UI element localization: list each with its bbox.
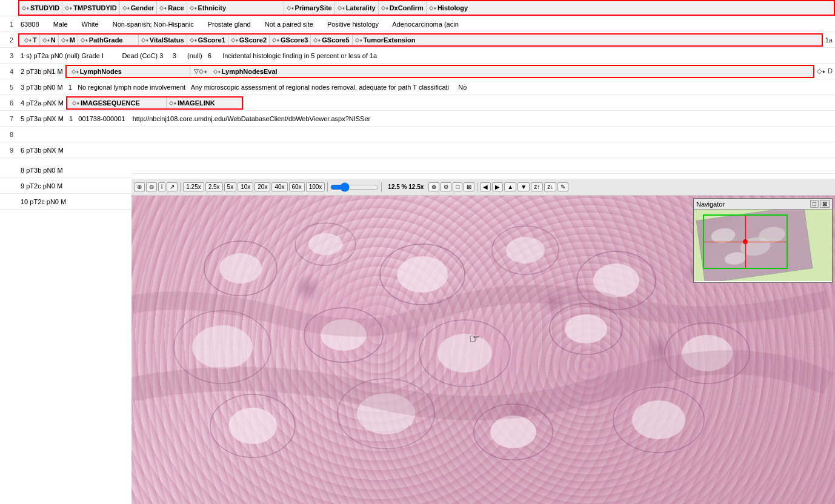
filter-icon: ▽◇⬧ [194, 68, 207, 75]
col-pathgrade[interactable]: ◇⬧PathGrade [78, 35, 139, 45]
row-num-9: 9 [0, 147, 18, 154]
data-row-2: 2 ◇⬧T ◇⬧N ◇⬧M ◇⬧PathGrade ◇⬧VitalStatus … [0, 32, 835, 48]
row-3-content: 1 s) pT2a pN0 (null) Grade I Dead (CoC) … [18, 51, 835, 61]
row-num-3: 3 [0, 52, 18, 59]
sort-icon-tmpstudyid: ◇⬧ [65, 5, 72, 11]
row-10-content: 7 pT2c N0 M [18, 161, 835, 171]
zoom-2-5x[interactable]: 2.5x [205, 182, 223, 191]
nav-down-btn[interactable]: ▼ [517, 182, 530, 191]
nav-up-btn[interactable]: ▲ [504, 182, 516, 191]
col-n[interactable]: ◇⬧N [40, 35, 59, 45]
zoom-10x[interactable]: 10x [238, 182, 253, 191]
col-primarysite[interactable]: ◇⬧ PrimarySite [284, 1, 335, 15]
zoom-100x[interactable]: 100x [306, 182, 325, 191]
row-num-1: 1 [0, 21, 18, 28]
col-laterality[interactable]: ◇⬧ Laterality [335, 1, 379, 15]
navigator-close-btn[interactable]: ⊠ [820, 200, 830, 208]
sort-icon-lymphnodes: ◇⬧ [72, 68, 79, 75]
toolbar-zoom-out-btn[interactable]: ⊖ [146, 182, 157, 191]
left-row-10pT2c: 10 pT2c pN0 M [0, 194, 131, 210]
data-row-7: 7 5 pT3a pNX M 1 001738-000001 http://nb… [0, 111, 835, 127]
toolbar-expand-btn[interactable]: ↗ [167, 182, 178, 191]
sort-icon-gscore2: ◇⬧ [231, 37, 238, 43]
viewer-toolbar: ⊕ ⊖ i ↗ 1.25x 2.5x 5x 10x 20x 40x 60x 10… [131, 179, 835, 196]
col-gscore5[interactable]: ◇⬧GScore5 [311, 35, 352, 45]
row-num-5: 5 [0, 84, 18, 91]
nav-next-btn[interactable]: ▶ [492, 182, 503, 191]
zoom-20x[interactable]: 20x [254, 182, 270, 191]
col-lymphnodes[interactable]: ◇⬧LymphNodes [69, 66, 190, 77]
nav-z-up-btn[interactable]: z↑ [531, 182, 543, 191]
row-4-prefix: 2 pT3b pN1 M [18, 68, 65, 75]
data-row-5: 5 3 pT3b pN0 M 1 No regional lymph node … [0, 79, 835, 95]
row-num-2: 2 [0, 36, 18, 44]
row-4-suffix: ◇⬧ D [814, 67, 835, 75]
zoom-60x[interactable]: 60x [289, 182, 305, 191]
col-vitalstatus[interactable]: ◇⬧VitalStatus [139, 35, 187, 45]
row-7-content: 5 pT3a pNX M 1 001738-000001 http://nbci… [18, 114, 835, 124]
left-row-content-10: 10 pT2c pN0 M [18, 197, 131, 207]
data-row-9: 9 6 pT3b pNX M [0, 142, 835, 158]
navigator-content [694, 210, 832, 281]
nav-center-dot [743, 239, 748, 244]
col-t[interactable]: ◇⬧T [22, 35, 40, 45]
col-gscore1[interactable]: ◇⬧GScore1 [187, 35, 228, 45]
navigator-title: Navigator [696, 201, 725, 208]
col-gender[interactable]: ◇⬧ Gender [120, 1, 158, 15]
col-dxconfirm[interactable]: ◇⬧ DxConfirm [379, 1, 427, 15]
col-ethnicity[interactable]: ◇⬧ Ethnicity [187, 1, 284, 15]
col-imagelink[interactable]: ◇⬧IMAGELINK [167, 98, 239, 108]
zoom-5x[interactable]: 5x [224, 182, 237, 191]
sort-icon-n: ◇⬧ [42, 37, 50, 43]
row-2-suffix: 1a [823, 36, 835, 44]
cursor-hand: ☞ [469, 331, 480, 346]
toolbar-zoom-out-btn2[interactable]: ⊖ [441, 182, 451, 191]
toolbar-info-btn[interactable]: i [158, 182, 165, 191]
sort-icon-histology: ◇⬧ [429, 5, 436, 11]
nav-prev-btn[interactable]: ◀ [480, 182, 491, 191]
row-6-prefix: 4 pT2a pNX M [18, 99, 66, 107]
sort-icon-gender: ◇⬧ [122, 5, 130, 11]
main-content: ◇⬧ STUDYID ◇⬧ TMPSTUDYID ◇⬧ Gender ◇⬧ Ra… [0, 0, 835, 174]
left-row-content-8: 8 pT3b pN0 M [18, 165, 131, 175]
zoom-display: 12.5 % 12.5x [384, 184, 427, 190]
nav-z-down-btn[interactable]: z↓ [544, 182, 556, 191]
toolbar-fit-btn[interactable]: □ [453, 182, 462, 191]
row-num-6: 6 [0, 99, 18, 107]
col-gscore3[interactable]: ◇⬧GScore3 [270, 35, 311, 45]
data-row-8: 8 [0, 127, 835, 142]
left-panel-lower: 8 pT3b pN0 M 9 pT2c pN0 M 10 pT2c pN0 M [0, 162, 131, 210]
sort-icon-gscore1: ◇⬧ [190, 37, 197, 43]
toolbar-sep-2 [327, 182, 328, 192]
data-row-6: 6 4 pT2a pNX M ◇⬧IMAGESEQUENCE ◇⬧IMAGELI… [0, 95, 835, 111]
col-tumorext[interactable]: ◇⬧TumorExtension [353, 35, 418, 45]
data-row-3: 3 1 s) pT2a pN0 (null) Grade I Dead (CoC… [0, 48, 835, 64]
col-lymphnodeseval[interactable]: ◇⬧LymphNodesEval [211, 66, 332, 77]
sort-icon-lymphnodeseval: ◇⬧ [213, 68, 221, 75]
navigator-minimize-btn[interactable]: □ [810, 200, 819, 208]
zoom-40x[interactable]: 40x [271, 182, 287, 191]
data-row-4: 4 2 pT3b pN1 M ◇⬧LymphNodes ▽◇⬧ ◇⬧LymphN… [0, 64, 835, 79]
col-m[interactable]: ◇⬧M [59, 35, 78, 45]
col-histology[interactable]: ◇⬧ Histology [427, 1, 470, 15]
row-num-8: 8 [0, 131, 18, 138]
toolbar-move-btn[interactable]: ⊕ [134, 182, 145, 191]
col-imagesequence[interactable]: ◇⬧IMAGESEQUENCE [70, 98, 167, 108]
sort-icon-imagelink: ◇⬧ [169, 100, 176, 106]
sort-icon-gscore3: ◇⬧ [272, 37, 279, 43]
sort-icon-race: ◇⬧ [159, 5, 167, 11]
col-gscore2[interactable]: ◇⬧GScore2 [228, 35, 270, 45]
col-race[interactable]: ◇⬧ Race [157, 1, 187, 15]
sort-icon-vitalstatus: ◇⬧ [141, 37, 148, 43]
row-num-4: 4 [0, 68, 18, 75]
col-tmpstudyid[interactable]: ◇⬧ TMPSTUDYID [62, 1, 120, 15]
navigator-header: Navigator □ ⊠ [694, 199, 832, 210]
zoom-1-25x[interactable]: 1.25x [183, 182, 204, 191]
zoom-slider[interactable] [330, 182, 379, 192]
nav-annotate-btn[interactable]: ✎ [557, 182, 568, 191]
col-studyid[interactable]: ◇⬧ STUDYID [19, 1, 62, 15]
nav-viewport-rect [703, 214, 788, 269]
sort-icon-pathgrade: ◇⬧ [81, 37, 88, 43]
toolbar-reset-btn[interactable]: ⊠ [464, 182, 474, 191]
toolbar-zoom-in-btn2[interactable]: ⊕ [428, 182, 439, 191]
